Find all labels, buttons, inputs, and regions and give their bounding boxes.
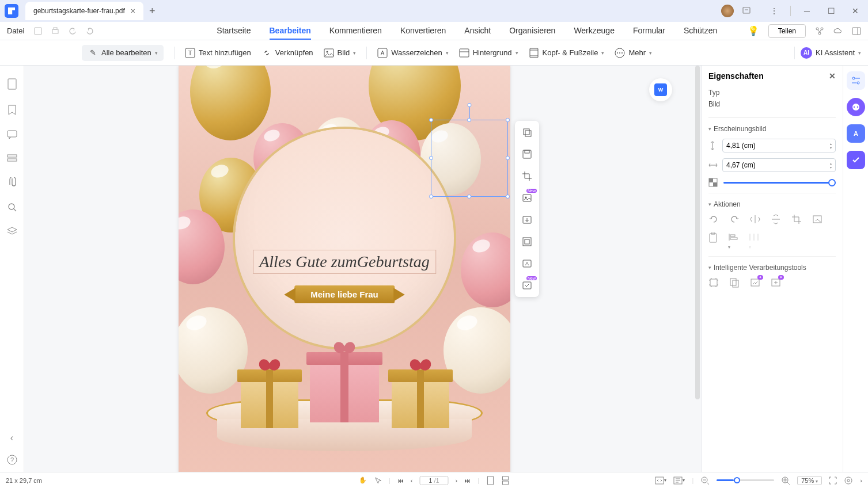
flip-horizontal-icon[interactable]: [750, 214, 760, 224]
notifications-icon[interactable]: [742, 6, 758, 16]
read-mode-icon[interactable]: ▾: [673, 476, 685, 485]
smart-upscale-icon[interactable]: ✦: [771, 277, 781, 288]
tab-schuetzen[interactable]: Schützen: [684, 22, 717, 40]
expand-panel-icon[interactable]: ›: [860, 477, 862, 484]
distribute-icon[interactable]: ▾: [749, 232, 759, 250]
print-icon[interactable]: [50, 25, 61, 37]
tab-werkzeuge[interactable]: Werkzeuge: [574, 22, 615, 40]
actions-section-toggle[interactable]: Aktionen: [708, 200, 836, 208]
zoom-slider[interactable]: [717, 479, 774, 481]
align-icon[interactable]: [520, 235, 534, 249]
first-page-icon[interactable]: ⏮: [397, 477, 404, 484]
width-input[interactable]: 4,67 (cm)▴▾: [722, 158, 836, 172]
translate-icon[interactable]: A: [847, 124, 865, 143]
next-page-icon[interactable]: ›: [456, 477, 458, 484]
zoom-out-icon[interactable]: [700, 476, 710, 485]
flip-vertical-icon[interactable]: [771, 214, 781, 224]
tab-close-icon[interactable]: ×: [131, 6, 135, 16]
more-button[interactable]: Mehr ▾: [615, 48, 652, 58]
smart-crop-icon[interactable]: [708, 277, 719, 288]
ocr-image-icon[interactable]: A: [520, 257, 534, 270]
tab-kommentieren[interactable]: Kommentieren: [329, 22, 382, 40]
continuous-page-icon[interactable]: [501, 476, 509, 485]
crop-icon[interactable]: [520, 169, 534, 183]
canvas-area[interactable]: Alles Gute zumGeburtstag Meine liebe Fra…: [24, 66, 701, 472]
properties-tab-icon[interactable]: [847, 71, 865, 90]
birthday-headline[interactable]: Alles Gute zumGeburtstag: [253, 250, 436, 274]
connect-icon[interactable]: [815, 26, 824, 36]
attachments-icon[interactable]: [8, 177, 16, 188]
tab-ansicht[interactable]: Ansicht: [464, 22, 491, 40]
link-button[interactable]: Verknüpfen: [261, 48, 313, 58]
fullscreen-icon[interactable]: [829, 476, 837, 485]
settings-icon[interactable]: [844, 476, 853, 485]
tasks-icon[interactable]: [847, 151, 865, 169]
single-page-icon[interactable]: [486, 476, 494, 485]
copy-icon[interactable]: [520, 125, 534, 139]
search-icon[interactable]: [7, 203, 17, 212]
window-close[interactable]: ✕: [847, 6, 863, 16]
cloud-icon[interactable]: [833, 27, 843, 35]
collapse-sidebar-icon[interactable]: ‹: [10, 433, 13, 443]
convert-to-word-badge[interactable]: W: [649, 78, 672, 101]
appearance-section-toggle[interactable]: Erscheinungsbild: [708, 125, 836, 133]
rotate-left-icon[interactable]: [708, 214, 719, 224]
thumbnails-icon[interactable]: [7, 78, 17, 90]
hand-tool-icon[interactable]: ✋: [359, 476, 367, 484]
layers-icon[interactable]: [7, 227, 17, 236]
bookmarks-icon[interactable]: [7, 105, 17, 115]
smart-extract-icon[interactable]: [729, 277, 740, 288]
ribbon-text[interactable]: Meine liebe Frau: [294, 285, 395, 303]
extract-image-icon[interactable]: [520, 213, 534, 227]
tab-startseite[interactable]: Startseite: [217, 22, 251, 40]
new-tab-button[interactable]: +: [149, 5, 156, 17]
align-dropdown-icon[interactable]: ▾: [728, 232, 738, 250]
ai-assistant-button[interactable]: AI KI Assistent ▾: [801, 47, 861, 59]
fields-icon[interactable]: [7, 154, 17, 162]
vertical-scrollbar[interactable]: [695, 66, 700, 399]
background-button[interactable]: Hintergrund ▾: [459, 48, 518, 58]
image-button[interactable]: Bild ▾: [324, 48, 357, 58]
opacity-slider[interactable]: [723, 182, 836, 184]
lightbulb-icon[interactable]: 💡: [748, 25, 759, 36]
tab-organisieren[interactable]: Organisieren: [509, 22, 555, 40]
crop-action-icon[interactable]: [791, 214, 802, 224]
selection-box[interactable]: [431, 120, 508, 197]
smart-enhance-icon[interactable]: ✦: [750, 277, 760, 288]
help-icon[interactable]: ?: [7, 455, 17, 465]
header-footer-button[interactable]: Kopf- & Fußzeile ▾: [529, 48, 605, 58]
replace-action-icon[interactable]: [812, 214, 822, 224]
edit-all-button[interactable]: ✎ Alle bearbeiten ▾: [82, 45, 164, 61]
clipboard-icon[interactable]: [708, 232, 718, 250]
watermark-button[interactable]: A Wasserzeichen ▾: [377, 48, 448, 58]
enhance-image-icon[interactable]: New: [520, 279, 534, 292]
kebab-menu-icon[interactable]: ⋮: [766, 6, 782, 16]
spinner-icon[interactable]: ▴▾: [830, 142, 832, 150]
share-button[interactable]: Teilen: [768, 24, 806, 38]
save-image-icon[interactable]: [520, 147, 534, 161]
redo-icon[interactable]: [84, 25, 96, 37]
spinner-icon[interactable]: ▴▾: [830, 161, 832, 169]
window-maximize[interactable]: ☐: [823, 6, 839, 16]
fit-page-icon[interactable]: ▾: [655, 476, 666, 485]
last-page-icon[interactable]: ⏭: [464, 477, 471, 484]
height-input[interactable]: 4,81 (cm)▴▾: [722, 139, 836, 152]
save-icon[interactable]: [32, 25, 44, 37]
document-tab[interactable]: geburtstagskarte-fuer-frau.pdf ×: [25, 2, 143, 20]
ai-chat-icon[interactable]: [847, 98, 865, 116]
zoom-value[interactable]: 75% ▾: [797, 476, 822, 485]
replace-image-icon[interactable]: New: [520, 191, 534, 205]
tab-bearbeiten[interactable]: Bearbeiten: [270, 22, 311, 40]
smart-tools-section-toggle[interactable]: Intelligente Verarbeitungstools: [708, 264, 836, 272]
add-text-button[interactable]: T Text hinzufügen: [185, 48, 251, 58]
comments-icon[interactable]: [7, 130, 17, 139]
file-menu[interactable]: Datei: [7, 26, 24, 35]
tab-formular[interactable]: Formular: [633, 22, 665, 40]
tab-konvertieren[interactable]: Konvertieren: [400, 22, 446, 40]
panel-toggle-icon[interactable]: [852, 27, 861, 35]
undo-icon[interactable]: [67, 25, 78, 37]
panel-close-icon[interactable]: ✕: [829, 71, 836, 81]
prev-page-icon[interactable]: ‹: [411, 477, 413, 484]
rotate-right-icon[interactable]: [729, 214, 740, 224]
page-input[interactable]: 1 /1: [420, 476, 449, 485]
